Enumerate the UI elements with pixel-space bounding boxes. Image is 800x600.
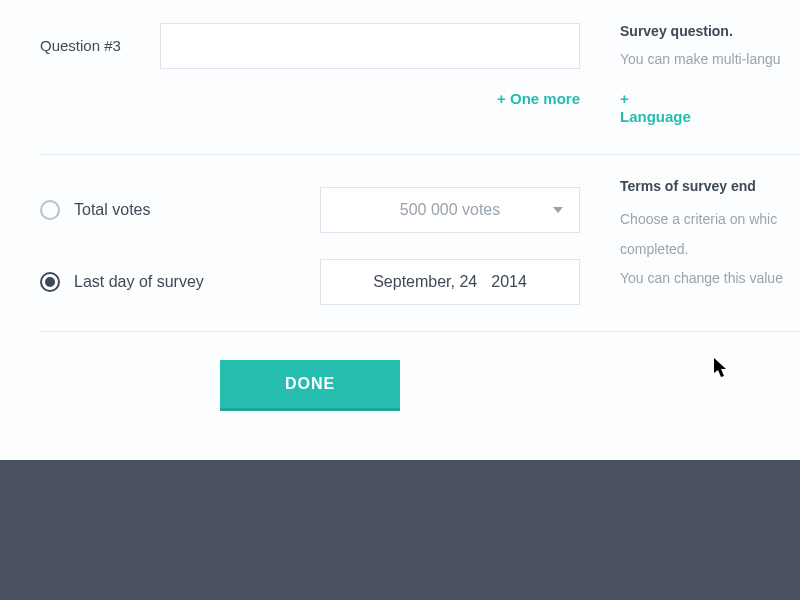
criteria-help-line3: You can change this value: [620, 264, 783, 293]
total-votes-label: Total votes: [74, 201, 150, 219]
chevron-down-icon: [553, 207, 563, 213]
question-input[interactable]: [160, 23, 580, 69]
date-picker[interactable]: September, 24 2014: [320, 259, 580, 305]
question-label: Question #3: [40, 37, 160, 54]
language-link[interactable]: + Language: [620, 90, 691, 125]
criteria-help-title: Terms of survey end: [620, 172, 783, 201]
date-month-day: September, 24: [373, 273, 477, 291]
one-more-link[interactable]: + One more: [497, 90, 580, 107]
question-help-title: Survey question.: [620, 20, 800, 44]
votes-select-value: 500 000 votes: [400, 201, 501, 219]
last-day-radio[interactable]: [40, 272, 60, 292]
criteria-help-line1: Choose a criteria on whic: [620, 205, 783, 234]
criteria-help-line2: completed.: [620, 235, 783, 264]
votes-select[interactable]: 500 000 votes: [320, 187, 580, 233]
divider: [40, 331, 800, 332]
question-help-body: You can make multi-langu: [620, 48, 800, 72]
last-day-label: Last day of survey: [74, 273, 204, 291]
divider: [40, 154, 800, 155]
done-button[interactable]: DONE: [220, 360, 400, 408]
page-footer: [0, 460, 800, 600]
total-votes-radio[interactable]: [40, 200, 60, 220]
date-year: 2014: [491, 273, 527, 291]
